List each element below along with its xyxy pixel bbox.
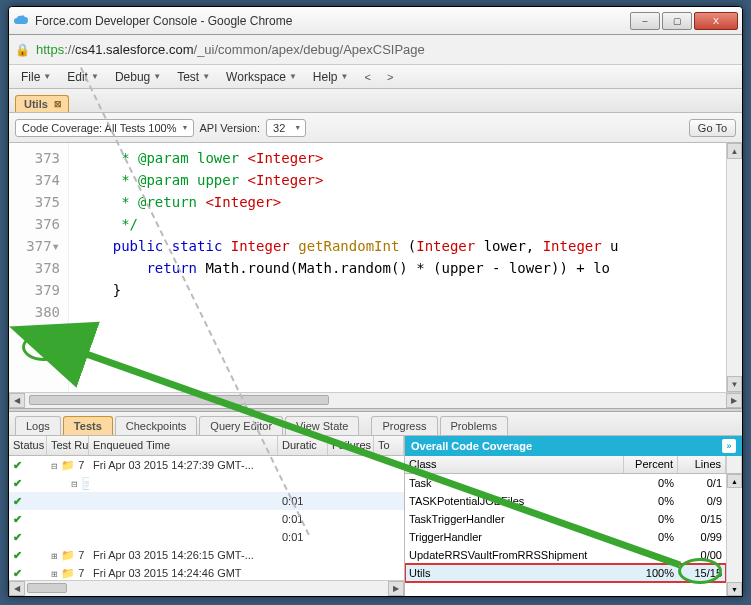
scroll-left-icon[interactable]: ◀ — [9, 393, 25, 408]
file-tab-bar: Utils ⊠ — [9, 89, 742, 113]
tab-query-editor[interactable]: Query Editor — [199, 416, 283, 435]
test-row[interactable]: ✔0:01 — [9, 510, 404, 528]
menu-help[interactable]: Help▼ — [307, 68, 355, 86]
tests-grid[interactable]: ✔ ⊟ 📁 7 Fri Apr 03 2015 14:27:39 GMT-...… — [9, 456, 404, 580]
coverage-columns: Class Percent Lines — [405, 456, 742, 474]
menu-file[interactable]: File▼ — [15, 68, 57, 86]
scroll-up-icon[interactable]: ▲ — [727, 143, 742, 159]
tests-panel: Status Test Ru Enqueued Time Duratic Fai… — [9, 436, 405, 596]
tab-checkpoints[interactable]: Checkpoints — [115, 416, 198, 435]
code-coverage-dropdown[interactable]: Code Coverage: All Tests 100% — [15, 119, 194, 137]
test-row[interactable]: ✔ ⊞ 📁 7 Fri Apr 03 2015 14:24:46 GMT — [9, 564, 404, 580]
expand-icon[interactable]: » — [722, 439, 736, 453]
maximize-button[interactable]: ▢ — [662, 12, 692, 30]
test-row[interactable]: ✔⊟ 📄 — [9, 474, 404, 492]
tab-problems[interactable]: Problems — [440, 416, 508, 435]
tab-progress[interactable]: Progress — [371, 416, 437, 435]
test-row[interactable]: ✔ ⊞ 📁 7 Fri Apr 03 2015 14:26:15 GMT-... — [9, 546, 404, 564]
bottom-tab-bar: Logs Tests Checkpoints Query Editor View… — [9, 412, 742, 436]
app-icon — [13, 13, 29, 29]
titlebar: Force.com Developer Console - Google Chr… — [9, 7, 742, 35]
coverage-v-scrollbar[interactable]: ▲ ▼ — [726, 474, 742, 596]
menu-workspace[interactable]: Workspace▼ — [220, 68, 303, 86]
coverage-row-utils[interactable]: Utils100%15/15 — [405, 564, 726, 582]
menu-test[interactable]: Test▼ — [171, 68, 216, 86]
menu-debug[interactable]: Debug▼ — [109, 68, 167, 86]
scroll-down-icon[interactable]: ▼ — [727, 376, 742, 392]
coverage-header: Overall Code Coverage » — [405, 436, 742, 456]
coverage-row[interactable]: TaskTriggerHandler0%0/15 — [405, 510, 726, 528]
test-row[interactable]: ✔0:01 — [9, 492, 404, 510]
close-icon[interactable]: ⊠ — [52, 99, 64, 109]
coverage-panel: Overall Code Coverage » Class Percent Li… — [405, 436, 742, 596]
tests-header: Status Test Ru Enqueued Time Duratic Fai… — [9, 436, 404, 456]
close-button[interactable]: X — [694, 12, 738, 30]
url-text: https://cs41.salesforce.com/_ui/common/a… — [36, 42, 425, 57]
scroll-thumb[interactable] — [29, 395, 329, 405]
menu-bar: File▼ Edit▼ Debug▼ Test▼ Workspace▼ Help… — [9, 65, 742, 89]
tab-tests[interactable]: Tests — [63, 416, 113, 435]
tests-h-scrollbar[interactable]: ◀▶ — [9, 580, 404, 596]
api-version-label: API Version: — [200, 122, 261, 134]
file-tab-label: Utils — [24, 98, 48, 110]
coverage-row[interactable]: TASKPotentialJOBFiles0%0/9 — [405, 492, 726, 510]
goto-button[interactable]: Go To — [689, 119, 736, 137]
editor-toolbar: Code Coverage: All Tests 100% API Versio… — [9, 113, 742, 143]
address-bar[interactable]: 🔒 https://cs41.salesforce.com/_ui/common… — [9, 35, 742, 65]
test-row[interactable]: ✔ ⊟ 📁 7 Fri Apr 03 2015 14:27:39 GMT-... — [9, 456, 404, 474]
tab-logs[interactable]: Logs — [15, 416, 61, 435]
coverage-grid[interactable]: Task0%0/1 TASKPotentialJOBFiles0%0/9 Tas… — [405, 474, 742, 596]
line-gutter: 373 374 375 376 377▾ 378 379 380 381 — [9, 143, 69, 392]
tab-view-state[interactable]: View State — [285, 416, 359, 435]
code-editor[interactable]: 373 374 375 376 377▾ 378 379 380 381 * @… — [9, 143, 742, 392]
nav-back[interactable]: < — [358, 71, 376, 83]
code-text[interactable]: * @param lower <Integer> * @param upper … — [69, 143, 726, 392]
file-tab-utils[interactable]: Utils ⊠ — [15, 95, 69, 112]
horizontal-scrollbar[interactable]: ◀ ▶ — [9, 392, 742, 408]
menu-edit[interactable]: Edit▼ — [61, 68, 105, 86]
coverage-row[interactable]: UpdateRRSVaultFromRRSShipment0/00 — [405, 546, 726, 564]
scroll-right-icon[interactable]: ▶ — [726, 393, 742, 408]
coverage-row[interactable]: TriggerHandler0%0/99 — [405, 528, 726, 546]
minimize-button[interactable]: – — [630, 12, 660, 30]
api-version-dropdown[interactable]: 32 — [266, 119, 306, 137]
coverage-row[interactable]: Task0%0/1 — [405, 474, 726, 492]
nav-forward[interactable]: > — [381, 71, 399, 83]
lock-icon: 🔒 — [15, 43, 30, 57]
vertical-scrollbar[interactable]: ▲ ▼ — [726, 143, 742, 392]
window-title: Force.com Developer Console - Google Chr… — [35, 14, 630, 28]
test-row[interactable]: ✔0:01 — [9, 528, 404, 546]
